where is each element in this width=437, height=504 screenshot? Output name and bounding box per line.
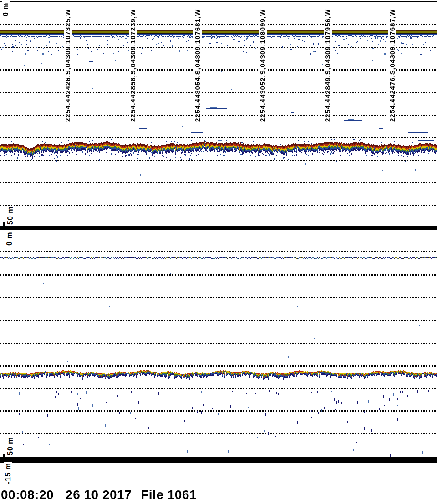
gps-position-label: 2254.443054,S,04309.107681,W [193,8,202,123]
gps-position-label: 2254.442476,S,04309.107687,W [388,8,396,123]
status-time: 00:08:20 [1,488,54,502]
depth-scale-label: 50 m [6,436,15,456]
depth-scale-label: 0 m [2,1,10,17]
depth-scale-label: 50 m [6,206,15,226]
gps-position-label: 2254.442858,S,04309.107239,W [129,8,137,123]
status-file: File 1061 [141,488,197,502]
status-date: 26 10 2017 [66,488,132,502]
gps-position-label: 2254.442849,S,04309.107956,W [324,8,332,123]
depth-scale-label: -15 m [4,462,12,485]
gps-position-label: 2254.442426,S,04309.107325,W [64,8,72,123]
status-bar: 00:08:2026 10 2017File 1061 [1,488,197,502]
gps-position-label: 2254.443052,S,04309.108099,W [259,8,267,123]
echosounder-display: 0 m50 m0 m50 m-15 m2254.442426,S,04309.1… [0,0,437,504]
depth-scale-label: 0 m [5,231,14,247]
